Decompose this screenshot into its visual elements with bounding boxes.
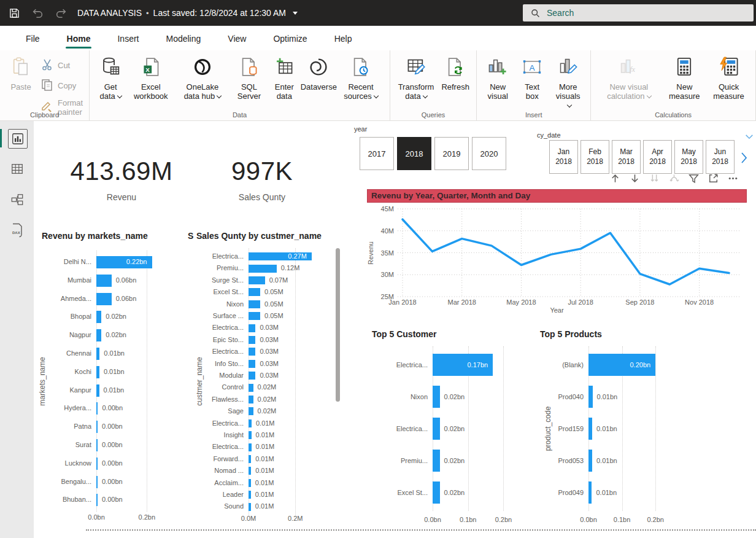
cy-date-next-button[interactable]: [738, 150, 749, 168]
line-chart-revenu-by-time[interactable]: Revenu by Year, Quarter, Month and Day 4…: [367, 189, 747, 310]
cy-date-option-may-2018[interactable]: May2018: [674, 140, 703, 174]
recent-sources-button[interactable]: Recent sources: [338, 55, 384, 103]
bar[interactable]: [96, 402, 98, 415]
year-option-2018[interactable]: 2018: [397, 137, 431, 170]
sidebar-item-model-view[interactable]: [8, 190, 26, 209]
sidebar-item-table-view[interactable]: [8, 160, 26, 178]
menu-item-modeling[interactable]: Modeling: [155, 29, 212, 47]
bar[interactable]: [588, 481, 592, 504]
menu-item-view[interactable]: View: [217, 29, 257, 47]
new-visual-calculation-button[interactable]: fxNew visual calculation: [597, 55, 660, 103]
excel-workbook-button[interactable]: XExcel workbook: [130, 55, 171, 103]
drill-up-button[interactable]: [609, 173, 621, 187]
bar[interactable]: [249, 431, 252, 439]
bar[interactable]: [249, 384, 253, 392]
cy-date-option-mar-2018[interactable]: Mar2018: [612, 140, 641, 174]
bar[interactable]: [249, 288, 260, 296]
expand-all-down-button[interactable]: [668, 173, 680, 187]
bar[interactable]: [249, 407, 253, 415]
bar[interactable]: [249, 276, 265, 284]
new-visual-button[interactable]: New visual: [483, 55, 512, 103]
sidebar-item-dax-query-view[interactable]: DAX: [8, 221, 26, 240]
more-visuals-button[interactable]: More visuals: [552, 55, 584, 112]
bar-chart-top5-products[interactable]: Top 5 Products 0.0bn0.1bn0.2bn(Blank)0.2…: [534, 324, 756, 527]
bar[interactable]: [249, 503, 251, 511]
bar[interactable]: [96, 439, 98, 451]
cy-date-option-feb-2018[interactable]: Feb2018: [580, 140, 609, 174]
cy-date-option-jan-2018[interactable]: Jan2018: [549, 140, 578, 174]
bar[interactable]: [249, 491, 251, 499]
bar[interactable]: [249, 348, 255, 356]
bar[interactable]: [249, 312, 260, 320]
bar[interactable]: [249, 396, 253, 404]
more-options-button[interactable]: [727, 173, 739, 187]
bar[interactable]: [588, 418, 592, 440]
bar[interactable]: [249, 265, 277, 273]
drill-down-button[interactable]: [629, 173, 641, 187]
bar[interactable]: [96, 275, 112, 287]
menu-item-optimize[interactable]: Optimize: [262, 29, 318, 47]
bar-chart-sales-by-custmer[interactable]: S Sales Qunty by custmer_name 0.0M0.2MEl…: [190, 226, 341, 528]
bar[interactable]: [96, 311, 101, 323]
bar[interactable]: [249, 479, 251, 487]
cy-date-collapse-button[interactable]: [744, 132, 754, 143]
bar[interactable]: [433, 418, 440, 440]
bar[interactable]: [96, 476, 98, 488]
enter-data-button[interactable]: Enter data: [269, 55, 299, 103]
get-data-button[interactable]: Get data: [96, 55, 125, 103]
focus-mode-button[interactable]: [708, 173, 719, 187]
bar[interactable]: [433, 450, 440, 472]
menu-item-insert[interactable]: Insert: [106, 29, 150, 47]
bar[interactable]: [249, 324, 255, 332]
search-input[interactable]: Search: [523, 4, 754, 21]
cy-date-option-jun-2018[interactable]: Jun2018: [706, 140, 735, 174]
copy-button[interactable]: Copy: [40, 78, 83, 93]
menu-item-file[interactable]: File: [15, 29, 51, 47]
onelake-data-hub-button[interactable]: OneLake data hub: [176, 55, 228, 103]
undo-button[interactable]: [28, 4, 47, 22]
bar[interactable]: [249, 360, 255, 368]
bar[interactable]: [588, 450, 592, 472]
year-option-2020[interactable]: 2020: [472, 137, 506, 170]
bar[interactable]: [249, 336, 255, 344]
document-title[interactable]: DATA ANALYSIS • Last saved: 12/8/2024 at…: [77, 8, 298, 18]
redo-button[interactable]: [52, 4, 70, 22]
cy-date-option-apr-2018[interactable]: Apr2018: [643, 140, 672, 174]
menu-item-help[interactable]: Help: [323, 29, 363, 47]
bar[interactable]: [433, 481, 440, 504]
quick-measure-button[interactable]: Quick measure: [708, 55, 749, 103]
bar[interactable]: [588, 386, 593, 408]
title-dropdown-icon[interactable]: [293, 12, 298, 15]
year-option-2017[interactable]: 2017: [360, 137, 394, 170]
new-measure-button[interactable]: New measure: [665, 55, 703, 103]
sidebar-item-report-view[interactable]: [8, 129, 28, 149]
bar[interactable]: [249, 455, 251, 463]
bar[interactable]: [249, 419, 252, 427]
menu-item-home[interactable]: Home: [56, 29, 102, 47]
sql-server-button[interactable]: SQL Server: [234, 55, 265, 103]
paste-button[interactable]: Paste: [6, 55, 36, 93]
filter-button[interactable]: [688, 173, 700, 187]
go-to-next-level-button[interactable]: [649, 173, 660, 187]
bar[interactable]: [96, 293, 112, 305]
bar-chart-revenu-by-markets[interactable]: Revenu by markets_name 0.0bn0.2bnDelhi N…: [37, 226, 187, 528]
year-option-2019[interactable]: 2019: [434, 137, 469, 170]
cut-button[interactable]: Cut: [40, 58, 83, 73]
bar-chart-top5-customer[interactable]: Top 5 Customer 0.0bn0.1bn0.2bnElectrica.…: [367, 324, 558, 527]
refresh-button[interactable]: Refresh: [441, 55, 470, 93]
save-button[interactable]: [5, 4, 23, 22]
bar[interactable]: [249, 372, 255, 380]
bar[interactable]: [96, 458, 98, 470]
bar[interactable]: [249, 443, 252, 451]
bar[interactable]: [96, 366, 99, 378]
vertical-scrollbar[interactable]: [336, 248, 340, 402]
bar[interactable]: [96, 384, 99, 397]
bar[interactable]: [96, 348, 99, 360]
bar[interactable]: [96, 421, 98, 433]
bar[interactable]: [96, 494, 98, 506]
transform-data-button[interactable]: Transform data: [396, 55, 436, 103]
bar[interactable]: [96, 329, 101, 341]
text-box-button[interactable]: AText box: [517, 55, 547, 103]
bar[interactable]: [249, 300, 260, 308]
bar[interactable]: [433, 386, 440, 408]
